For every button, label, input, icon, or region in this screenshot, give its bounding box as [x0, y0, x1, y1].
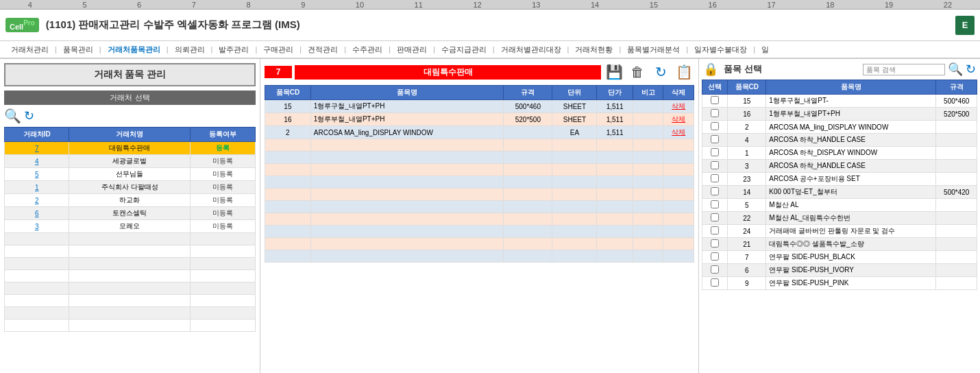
table-row[interactable]: 6 토캔스셀틱 미등록 — [5, 207, 256, 220]
refresh-icon[interactable]: ↻ — [24, 108, 34, 123]
excel-icon[interactable]: E — [955, 16, 975, 35]
ruler: 45678 910111213 1415161718 1922 — [0, 0, 980, 10]
trading-id[interactable]: 4 — [5, 155, 69, 168]
list-item[interactable]: 21 대림특수◎◎ 셀품특수발_소량 — [702, 238, 977, 251]
item-name: K00 00T덮-ET_철부터 — [766, 186, 936, 199]
item-checkbox[interactable] — [702, 134, 728, 147]
nav-item-sales[interactable]: 판매관리 — [391, 40, 432, 58]
trading-name: 선무님들 — [69, 168, 191, 181]
nav-item-product-analysis[interactable]: 품목별거래분석 — [622, 40, 685, 58]
nav-item-status[interactable]: 거래처현황 — [569, 40, 618, 58]
trading-id[interactable]: 6 — [5, 207, 69, 220]
trading-id[interactable]: 7 — [5, 142, 69, 155]
delete-link[interactable]: 삭제 — [663, 126, 694, 139]
nav-item-purchase[interactable]: 구매관리 — [258, 40, 299, 58]
trading-id[interactable]: 5 — [5, 168, 69, 181]
table-row[interactable]: 1 주식회사 다팔때성 미등록 — [5, 181, 256, 194]
item-refresh-icon[interactable]: ↻ — [966, 62, 976, 77]
list-item[interactable]: 23 ARCOSA 공수+포장비용 SET — [702, 173, 977, 186]
item-search-icon[interactable]: 🔍 — [948, 62, 963, 77]
trading-name: 세광글로벌 — [69, 155, 191, 168]
delete-link[interactable]: 삭제 — [663, 100, 694, 113]
search-icon[interactable]: 🔍 — [4, 108, 21, 124]
table-row[interactable]: 3 모쾌오 미등록 — [5, 220, 256, 233]
table-row[interactable]: 2 하교화 미등록 — [5, 194, 256, 207]
list-item[interactable]: 9 연무팔 SIDE-PUSH_PINK — [702, 277, 977, 290]
table-row[interactable]: 4 세광글로벌 미등록 — [5, 155, 256, 168]
trading-id[interactable]: 1 — [5, 181, 69, 194]
logo: CellPro — [5, 18, 39, 33]
trading-id[interactable]: 2 — [5, 194, 69, 207]
item-checkbox[interactable] — [702, 199, 728, 212]
trading-id[interactable]: 3 — [5, 220, 69, 233]
table-row[interactable]: 2 ARCOSA MA_ling_DISPLAY WINDOW EA 1,511… — [265, 126, 694, 139]
table-row[interactable]: 7 대림특수판매 등록 — [5, 142, 256, 155]
nav-item-daily-ledger[interactable]: 일자별수불대장 — [689, 40, 752, 58]
registration-status: 등록 — [191, 142, 256, 155]
col-registration: 등록여부 — [191, 128, 256, 142]
item-checkbox[interactable] — [702, 186, 728, 199]
nav-item-trading[interactable]: 거래처관리 — [5, 40, 54, 58]
list-item[interactable]: 6 연무팔 SIDE-PUSH_IVORY — [702, 264, 977, 277]
item-checkbox[interactable] — [702, 160, 728, 173]
item-cd: 1 — [728, 147, 766, 160]
table-row — [265, 238, 694, 250]
item-cd: 6 — [728, 264, 766, 277]
save-button[interactable]: 💾 — [604, 62, 624, 82]
list-item[interactable]: 3 ARCOSA 하착_HANDLE CASE — [702, 160, 977, 173]
list-item[interactable]: 14 K00 00T덮-ET_철부터 500*420 — [702, 186, 977, 199]
item-checkbox[interactable] — [702, 264, 728, 277]
item-search-input[interactable] — [863, 64, 945, 75]
col-item-cd: 품목CD — [728, 80, 766, 95]
item-checkbox[interactable] — [702, 251, 728, 264]
item-name: 대림특수◎◎ 셀품특수발_소량 — [766, 238, 936, 251]
list-item[interactable]: 4 ARCOSA 하착_HANDLE CASE — [702, 134, 977, 147]
item-cd: 5 — [728, 199, 766, 212]
item-checkbox[interactable] — [702, 173, 728, 186]
add-button[interactable]: 📋 — [674, 62, 694, 82]
delete-button[interactable]: 🗑 — [627, 62, 648, 82]
item-checkbox[interactable] — [702, 238, 728, 251]
nav-item-receive-order[interactable]: 수주관리 — [347, 40, 388, 58]
nav-item-request[interactable]: 의뢰관리 — [169, 40, 210, 58]
item-name: ARCOSA 하착_HANDLE CASE — [766, 160, 936, 173]
product-price: 1,511 — [597, 100, 633, 113]
col-note: 비고 — [633, 86, 663, 100]
nav-item-trading-product[interactable]: 거래처품목관리 — [102, 40, 166, 58]
header-right: E — [955, 16, 975, 35]
item-checkbox[interactable] — [702, 108, 728, 121]
table-row — [265, 226, 694, 238]
item-checkbox[interactable] — [702, 121, 728, 134]
item-cd: 2 — [728, 121, 766, 134]
item-checkbox[interactable] — [702, 277, 728, 290]
nav-item-estimate[interactable]: 견적관리 — [302, 40, 343, 58]
table-row[interactable]: 15 1형루구철_내열PT+PH 500*460 SHEET 1,511 삭제 — [265, 100, 694, 113]
nav-item-order[interactable]: 발주관리 — [213, 40, 254, 58]
item-checkbox[interactable] — [702, 212, 728, 225]
table-row[interactable]: 16 1형루부철_내열PT+PH 520*500 SHEET 1,511 삭제 — [265, 113, 694, 126]
app-title: (1101) 판매재고관리 수발주 엑셀자동화 프로그램 (IMS) — [46, 19, 300, 32]
list-item[interactable]: 7 연무팔 SIDE-PUSH_BLACK — [702, 251, 977, 264]
delete-link[interactable]: 삭제 — [663, 113, 694, 126]
list-item[interactable]: 22 M철산 AL_대림특수수한번 — [702, 212, 977, 225]
product-unit: SHEET — [552, 113, 597, 126]
list-item[interactable]: 16 1형루부철_내열PT+PH 520*500 — [702, 108, 977, 121]
list-item[interactable]: 15 1형루구철_내열PT- 500*460 — [702, 95, 977, 108]
nav-item-product[interactable]: 품목관리 — [58, 40, 99, 58]
item-checkbox[interactable] — [702, 147, 728, 160]
list-item[interactable]: 1 ARCOSA 하착_DISPLAY WINDOW — [702, 147, 977, 160]
mid-toolbar: 7 대림특수판매 💾 🗑 ↻ 📋 — [260, 59, 698, 85]
main-content: 거래처 품목 관리 거래처 선택 🔍 ↻ 거래처ID 거래처명 등록여부 7 대… — [0, 59, 980, 373]
list-item[interactable]: 2 ARCOSA MA_ling_DISPLAY WINDOW — [702, 121, 977, 134]
nav-item-daily[interactable]: 일 — [756, 40, 774, 58]
table-row[interactable]: 5 선무님들 미등록 — [5, 168, 256, 181]
product-price: 1,511 — [597, 113, 633, 126]
list-item[interactable]: 24 거래패매 글바버인 판툴링 자문로 및 검수 — [702, 225, 977, 238]
refresh-button[interactable]: ↻ — [650, 62, 671, 82]
nav-item-ledger[interactable]: 거래처별관리대장 — [495, 40, 567, 58]
list-item[interactable]: 5 M철산 AL — [702, 199, 977, 212]
table-row — [5, 320, 256, 332]
item-checkbox[interactable] — [702, 95, 728, 108]
nav-item-payment[interactable]: 수금지급관리 — [436, 40, 492, 58]
item-checkbox[interactable] — [702, 225, 728, 238]
